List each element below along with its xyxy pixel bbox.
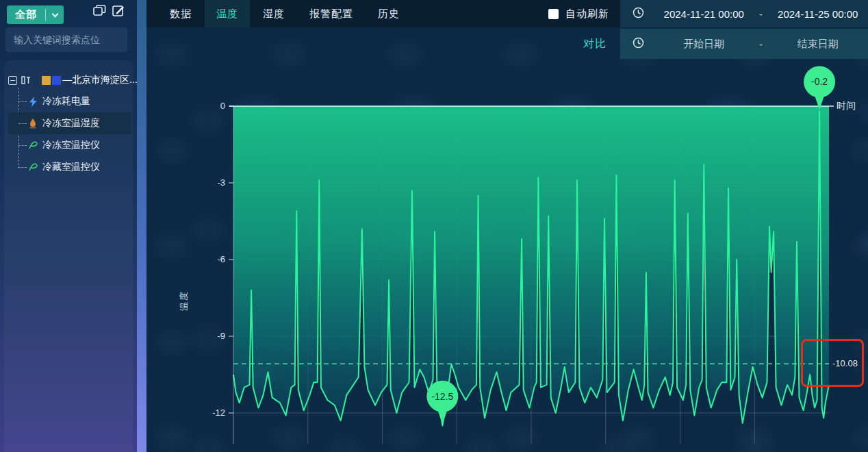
tree-root-node[interactable]: —北京市海淀区... [8, 71, 138, 89]
average-line-label: -10.08 [832, 358, 858, 368]
device-tree-panel: —北京市海淀区... 冷冻耗电量 冷冻室温湿度 冷冻室温控仪 [4, 60, 133, 452]
flame-icon [27, 118, 38, 129]
start-datetime-value[interactable]: 2024-11-21 00:00 [654, 8, 754, 20]
sidebar-separator [137, 0, 146, 452]
compare-row: 对比 开始日期 - 结束日期 [146, 27, 868, 60]
tab-data[interactable]: 数据 [158, 0, 203, 27]
date-range-separator: - [754, 8, 768, 20]
y-axis-name: 温度 [178, 282, 190, 311]
tree-item-label: 冷藏室温控仪 [42, 161, 100, 173]
auto-refresh-label: 自动刷新 [565, 8, 609, 21]
tree-item-label: 冷冻室温控仪 [42, 139, 100, 151]
tree-item-label: 冷冻室温湿度 [42, 117, 100, 129]
lightning-icon [27, 96, 38, 107]
tab-history[interactable]: 历史 [366, 0, 411, 27]
main-content-background [146, 27, 868, 452]
tree-root-label: —北京市海淀区... [62, 74, 138, 86]
end-datetime-value[interactable]: 2024-11-25 00:00 [768, 8, 868, 20]
search-input[interactable] [5, 27, 127, 52]
compare-date-picker[interactable]: 开始日期 - 结束日期 [620, 29, 868, 59]
tab-temperature[interactable]: 温度 [205, 0, 250, 27]
top-tab-bar: 数据 温度 湿度 报警配置 历史 自动刷新 2024-11-21 00:00 -… [146, 0, 868, 27]
clock-icon [633, 37, 644, 51]
copy-icon[interactable] [93, 5, 106, 16]
site-color-blue [52, 76, 61, 85]
site-icon [21, 75, 31, 85]
x-axis-name: 时间 [837, 100, 856, 112]
compare-start-placeholder[interactable]: 开始日期 [654, 38, 754, 51]
compare-label: 对比 [583, 37, 607, 51]
tree-item-temp-humidity[interactable]: 冷冻室温湿度 [8, 112, 131, 134]
tree-item-power[interactable]: 冷冻耗电量 [8, 90, 131, 112]
collapse-icon[interactable] [8, 76, 17, 85]
chevron-down-icon [46, 14, 64, 16]
wind-icon [27, 140, 38, 151]
tab-alarm-config[interactable]: 报警配置 [298, 0, 365, 27]
clock-icon [633, 7, 644, 21]
tree-item-freezer-controller[interactable]: 冷冻室温控仪 [8, 134, 131, 156]
tree-item-label: 冷冻耗电量 [42, 95, 90, 108]
date-range-picker[interactable]: 2024-11-21 00:00 - 2024-11-25 00:00 [620, 0, 868, 27]
compare-separator: - [754, 38, 768, 50]
tab-humidity[interactable]: 湿度 [251, 0, 296, 27]
auto-refresh-checkbox[interactable] [548, 9, 559, 19]
wind-icon [27, 162, 38, 173]
site-color-gold [42, 76, 51, 85]
filter-all-label: 全部 [7, 8, 45, 21]
tree-item-fridge-controller[interactable]: 冷藏室温控仪 [8, 156, 131, 178]
sidebar: 全部 —北京市海淀区... 冷冻耗电量 [0, 0, 137, 452]
filter-all-button[interactable]: 全部 [7, 5, 64, 24]
compare-end-placeholder[interactable]: 结束日期 [768, 38, 868, 51]
edit-icon[interactable] [112, 5, 125, 16]
